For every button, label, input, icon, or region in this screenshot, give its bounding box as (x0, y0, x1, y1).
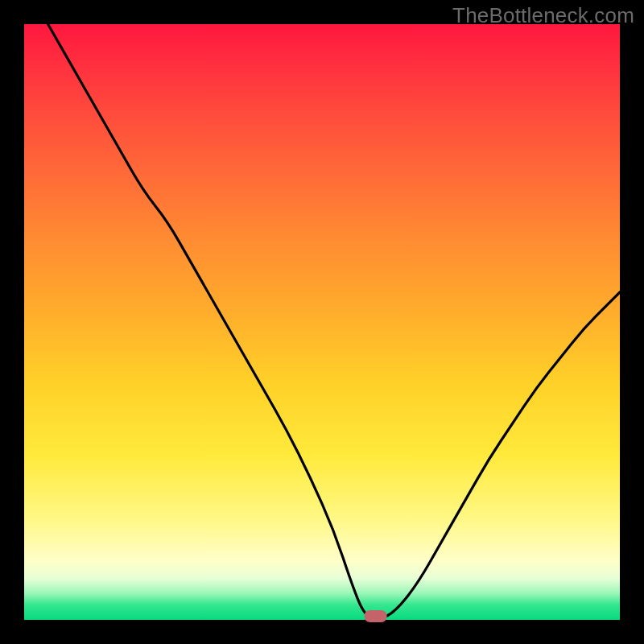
optimal-marker (365, 610, 387, 622)
plot-area (24, 24, 620, 620)
chart-frame: TheBottleneck.com (0, 0, 644, 644)
bottleneck-curve (48, 24, 620, 618)
watermark-text: TheBottleneck.com (452, 3, 634, 28)
chart-svg (24, 24, 620, 620)
